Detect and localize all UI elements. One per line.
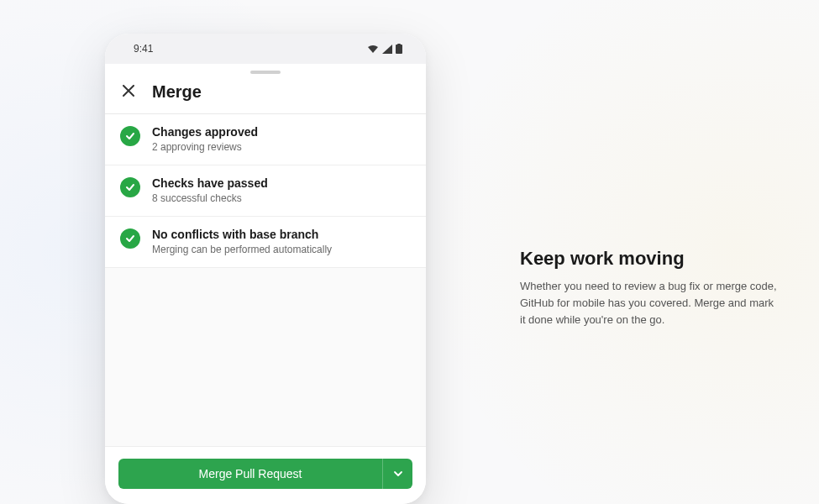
status-title: Changes approved	[152, 124, 411, 139]
status-title: No conflicts with base branch	[152, 227, 411, 242]
marketing-copy-block: Keep work moving Whether you need to rev…	[520, 248, 780, 328]
marketing-title: Keep work moving	[520, 248, 780, 270]
marketing-body: Whether you need to review a bug fix or …	[520, 278, 780, 328]
check-icon	[120, 177, 140, 197]
check-icon	[120, 126, 140, 146]
phone-frame: 9:41 Merge Changes approved 2 approving …	[105, 34, 426, 504]
status-title: Checks have passed	[152, 176, 411, 191]
status-subtitle: 8 successful checks	[152, 192, 411, 206]
status-item-conflicts: No conflicts with base branch Merging ca…	[105, 217, 426, 268]
status-subtitle: Merging can be performed automatically	[152, 243, 411, 257]
check-icon	[120, 228, 140, 249]
svg-rect-0	[396, 45, 402, 54]
sheet-handle[interactable]	[250, 71, 281, 74]
merge-pull-request-button[interactable]: Merge Pull Request	[118, 459, 382, 489]
close-button[interactable]	[120, 83, 137, 101]
status-item-checks: Checks have passed 8 successful checks	[105, 165, 426, 217]
status-time: 9:41	[134, 43, 153, 55]
svg-rect-1	[397, 44, 401, 45]
battery-icon	[396, 44, 402, 54]
chevron-down-icon	[393, 469, 403, 479]
merge-status-list: Changes approved 2 approving reviews Che…	[105, 114, 426, 268]
status-bar: 9:41	[105, 34, 426, 64]
close-icon	[123, 85, 134, 97]
signal-icon	[382, 45, 392, 54]
status-icons	[367, 44, 402, 54]
content-spacer	[105, 268, 426, 446]
sheet-header: Merge	[105, 79, 426, 114]
wifi-icon	[367, 45, 379, 54]
status-item-approved: Changes approved 2 approving reviews	[105, 114, 426, 165]
merge-options-dropdown[interactable]	[382, 459, 412, 489]
page-title: Merge	[152, 82, 202, 102]
status-subtitle: 2 approving reviews	[152, 140, 411, 155]
footer: Merge Pull Request	[105, 446, 426, 504]
